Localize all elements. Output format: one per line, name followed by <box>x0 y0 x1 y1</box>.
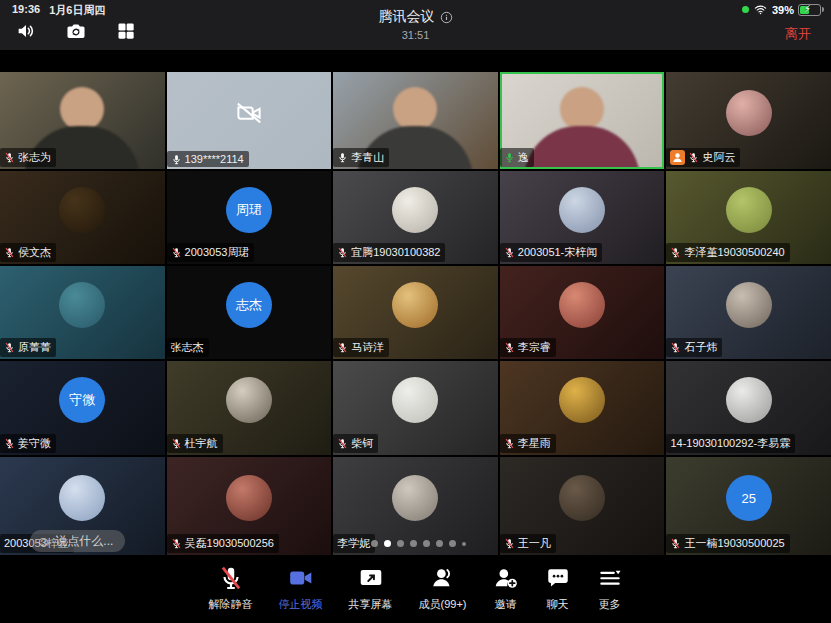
participant-tile[interactable]: 2003053梓壹☺说点什么... <box>0 457 165 555</box>
switch-camera-icon <box>65 20 87 42</box>
toolbar-stop-video-button[interactable]: 停止视频 <box>279 565 323 612</box>
participant-name-label: 马诗洋 <box>333 338 389 357</box>
participant-tile[interactable]: 周珺2003053周珺 <box>167 171 332 264</box>
mic-muted-icon <box>337 438 348 449</box>
participant-name: 马诗洋 <box>351 340 384 355</box>
participant-name: 石子炜 <box>684 340 717 355</box>
participant-tile[interactable]: 李星雨 <box>500 361 665 455</box>
participant-name: 原菁菁 <box>18 340 51 355</box>
participant-tile[interactable]: 吴磊19030500256 <box>167 457 332 555</box>
leave-meeting-button[interactable]: 离开 <box>779 24 817 44</box>
more-icon <box>597 565 623 593</box>
participant-tile[interactable]: 王一凡 <box>500 457 665 555</box>
chat-icon <box>545 565 571 593</box>
participant-name: 14-19030100292-李易霖 <box>670 436 790 451</box>
mic-muted-icon <box>218 565 244 591</box>
participant-name: 张志为 <box>18 150 51 165</box>
participant-name: 李宗睿 <box>518 340 551 355</box>
avatar <box>392 187 438 233</box>
participant-tile[interactable]: 马诗洋 <box>333 266 498 359</box>
header-bar: 19:36 1月6日周四 39% ⚡ <box>0 0 831 50</box>
toolbar-mic-muted-button[interactable]: 解除静音 <box>209 565 253 612</box>
status-date: 1月6日周四 <box>49 3 105 18</box>
participant-name-label: 李宗睿 <box>500 338 556 357</box>
camera-off-icon <box>234 98 264 128</box>
toolbar-label: 共享屏幕 <box>349 597 393 612</box>
layout-grid-button[interactable] <box>114 19 138 43</box>
participant-tile[interactable]: 李宗睿 <box>500 266 665 359</box>
participant-name: 2003051-宋梓闻 <box>518 245 598 260</box>
participant-tile[interactable]: 张志为 <box>0 72 165 169</box>
mic-muted-icon <box>171 538 182 549</box>
mic-muted-icon <box>4 438 15 449</box>
toolbar-more-button[interactable]: 更多 <box>597 565 623 612</box>
mic-muted-icon <box>504 538 515 549</box>
participant-name: 侯文杰 <box>18 245 51 260</box>
participant-name: 139****2114 <box>185 153 244 165</box>
participant-tile[interactable]: 守微姜守微 <box>0 361 165 455</box>
toolbar-share-screen-button[interactable]: 共享屏幕 <box>349 565 393 612</box>
page-indicator[interactable] <box>371 540 466 547</box>
status-bar-left: 19:36 1月6日周四 <box>12 3 105 18</box>
participant-tile[interactable]: 逸 <box>500 72 665 169</box>
quick-chat-input[interactable]: ☺说点什么... <box>30 530 125 552</box>
participant-tile[interactable]: 柴钶 <box>333 361 498 455</box>
avatar <box>392 475 438 521</box>
mic-icon <box>171 154 182 165</box>
toolbar-members-button[interactable]: 成员(99+) <box>419 565 467 612</box>
participant-tile[interactable]: 原菁菁 <box>0 266 165 359</box>
participant-name: 吴磊19030500256 <box>185 536 274 551</box>
layout-grid-icon <box>116 21 136 41</box>
avatar-initials: 志杰 <box>226 282 272 328</box>
avatar <box>726 282 772 328</box>
participant-tile[interactable]: 杜宇航 <box>167 361 332 455</box>
participant-tile[interactable]: 志杰张志杰 <box>167 266 332 359</box>
participant-tile[interactable]: 石子炜 <box>666 266 831 359</box>
participant-name: 杜宇航 <box>185 436 218 451</box>
info-icon[interactable] <box>440 11 453 24</box>
speaker-button[interactable] <box>14 19 38 43</box>
participant-tile[interactable]: 14-19030100292-李易霖 <box>666 361 831 455</box>
mic-muted-icon <box>504 247 515 258</box>
participant-tile[interactable]: 侯文杰 <box>0 171 165 264</box>
mic-muted-icon <box>4 247 15 258</box>
toolbar-invite-button[interactable]: 邀请 <box>493 565 519 612</box>
participant-name-label: 王一楠19030500025 <box>666 534 789 553</box>
avatar <box>59 187 105 233</box>
toolbar-label: 更多 <box>599 597 621 612</box>
mic-icon <box>504 152 515 163</box>
mic-muted-icon <box>218 565 244 593</box>
participant-tile[interactable]: 宜腾19030100382 <box>333 171 498 264</box>
participant-tile[interactable]: 2003051-宋梓闻 <box>500 171 665 264</box>
toolbar-label: 成员(99+) <box>419 597 467 612</box>
switch-camera-button[interactable] <box>64 19 88 43</box>
participant-tile[interactable]: 李泽堇19030500240 <box>666 171 831 264</box>
mic-muted-icon <box>171 247 182 258</box>
participant-tile[interactable]: 25王一楠19030500025 <box>666 457 831 555</box>
avatar <box>226 377 272 423</box>
participant-tile[interactable]: 李青山 <box>333 72 498 169</box>
page-dot <box>410 540 417 547</box>
avatar <box>59 475 105 521</box>
participant-name-label: 王一凡 <box>500 534 556 553</box>
mic-muted-icon <box>4 342 15 353</box>
members-icon <box>430 565 456 593</box>
participant-tile[interactable]: 李学妮 <box>333 457 498 555</box>
participant-tile[interactable]: 139****2114 <box>167 72 332 169</box>
meeting-timer: 31:51 <box>200 29 631 41</box>
participant-name-label: 139****2114 <box>167 151 249 167</box>
participant-name-label: 张志杰 <box>167 338 209 357</box>
participant-name-label: 2003051-宋梓闻 <box>500 243 603 262</box>
participant-name-label: 姜守微 <box>0 434 56 453</box>
toolbar-chat-button[interactable]: 聊天 <box>545 565 571 612</box>
page-dot <box>436 540 443 547</box>
participant-tile[interactable]: 史阿云 <box>666 72 831 169</box>
avatar <box>392 377 438 423</box>
participant-name-label: 李学妮 <box>333 534 375 553</box>
avatar <box>559 282 605 328</box>
mic-muted-icon <box>670 247 681 258</box>
avatar-initials: 守微 <box>59 377 105 423</box>
participant-name: 宜腾19030100382 <box>351 245 440 260</box>
mic-muted-icon <box>504 438 515 449</box>
mic-icon <box>337 152 348 163</box>
